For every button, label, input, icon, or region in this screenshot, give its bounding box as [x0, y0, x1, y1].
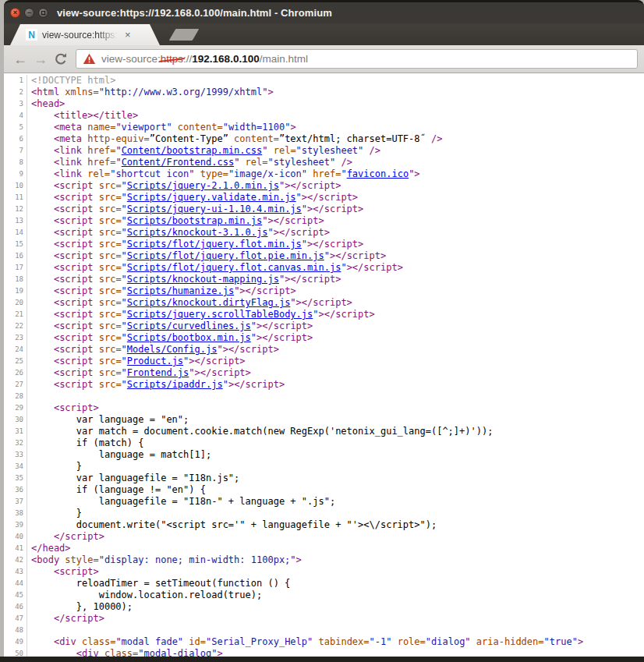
code-token: "Serial_Proxy_Help" — [206, 636, 313, 647]
resource-link[interactable]: Models/Config.js — [127, 344, 218, 355]
code-token — [31, 180, 54, 191]
resource-link[interactable]: Scripts/jquery.scrollTableBody.js — [127, 309, 313, 320]
line-number: 20 — [4, 297, 27, 309]
code-token: " — [122, 297, 127, 308]
code-token: "dialog" — [426, 636, 471, 647]
resource-link[interactable]: Scripts/flot/jquery.flot.canvas.min.js — [127, 262, 341, 273]
window-maximize-button[interactable] — [38, 8, 48, 18]
code-token: aria-hidden= — [471, 636, 544, 647]
source-line: 32 if (match) { — [4, 437, 644, 449]
code-token: <link — [54, 145, 82, 156]
resource-link[interactable]: Product.js — [127, 356, 183, 366]
resource-link[interactable]: Scripts/bootbox.min.js — [127, 332, 251, 343]
source-line: 41</head> — [4, 543, 644, 554]
line-number: 46 — [4, 601, 27, 613]
code-token: name= — [82, 122, 115, 133]
code-token: " — [223, 379, 228, 390]
source-line: 49 <div class="modal fade" id="Serial_Pr… — [4, 636, 644, 648]
source-line: 21 <script src="Scripts/jquery.scrollTab… — [4, 309, 644, 320]
resource-link[interactable]: Scripts/jquery-ui-1.10.4.min.js — [127, 204, 302, 214]
resource-link[interactable]: Content/Frontend.css — [122, 157, 235, 168]
source-line: 13 <script src="Scripts/bootstrap.min.js… — [4, 215, 644, 227]
window-close-button[interactable]: × — [10, 8, 20, 18]
resource-link[interactable]: Scripts/knockout-mapping.js — [127, 274, 279, 285]
resource-link[interactable]: Scripts/flot/jquery.flot.pie.min.js — [127, 250, 324, 261]
code-token — [31, 613, 54, 624]
line-content: if (language != "en") { — [27, 484, 206, 496]
resource-link[interactable]: Scripts/bootstrap.min.js — [127, 215, 262, 226]
code-token: ></script> — [319, 309, 375, 320]
code-token: window.location.reload(true); — [31, 589, 262, 600]
source-line: 27 <script src="Scripts/ipaddr.js"></scr… — [4, 379, 644, 391]
resource-link[interactable]: Scripts/humanize.js — [127, 285, 234, 296]
code-token — [31, 215, 54, 226]
code-token: <script — [54, 320, 94, 331]
line-content: languagefile = "I18n-" + language + ".js… — [27, 496, 335, 508]
code-token: http-equiv= — [82, 133, 150, 144]
code-token: var languagefile = "I18n.js"; — [31, 473, 239, 483]
code-token: <script — [54, 356, 94, 366]
source-line: 42<body style="display: none; min-width:… — [4, 554, 644, 566]
line-number: 1 — [4, 75, 27, 87]
address-bar[interactable]: view-source:https://192.168.0.100/main.h… — [76, 49, 638, 69]
window-minimize-button[interactable]: − — [24, 8, 34, 18]
back-button[interactable]: ← — [10, 52, 30, 66]
code-token: ></script> — [307, 239, 363, 250]
line-number: 40 — [4, 531, 27, 543]
resource-link[interactable]: Scripts/jquery-2.1.0.min.js — [127, 180, 279, 191]
code-token: <script — [54, 250, 94, 261]
code-token: ></script> — [257, 332, 313, 343]
resource-link[interactable]: Scripts/curvedlines.js — [127, 320, 251, 331]
code-token: class= — [76, 636, 116, 647]
code-token: <script — [54, 180, 94, 191]
line-number: 12 — [4, 204, 27, 215]
code-token: <head> — [31, 98, 65, 109]
line-number: 18 — [4, 274, 27, 285]
line-number: 15 — [4, 239, 27, 250]
source-line: 40 </script> — [4, 531, 644, 543]
resource-link[interactable]: Frontend.js — [127, 367, 189, 378]
security-warning-icon[interactable] — [83, 53, 96, 65]
resource-link[interactable]: Scripts/jquery.validate.min.js — [127, 192, 296, 203]
code-token: " — [122, 262, 127, 273]
code-token: src= — [93, 309, 121, 320]
source-line: 34 } — [4, 461, 644, 473]
source-line: 18 <script src="Scripts/knockout-mapping… — [4, 274, 644, 285]
code-token — [31, 250, 54, 261]
reload-button[interactable] — [51, 52, 71, 66]
forward-button[interactable]: → — [30, 52, 51, 66]
resource-link[interactable]: Content/bootstrap.min.css — [122, 145, 263, 156]
source-line: 48 — [4, 625, 644, 636]
tab-close-icon[interactable]: × — [125, 30, 131, 40]
resource-link[interactable]: Scripts/knockout-3.1.0.js — [127, 227, 268, 238]
code-token: src= — [93, 250, 121, 261]
line-number: 39 — [4, 519, 27, 531]
resource-link[interactable]: favicon.ico — [347, 168, 409, 179]
line-content — [27, 391, 31, 402]
code-token: src= — [93, 274, 121, 285]
line-content: <script src="Scripts/bootstrap.min.js"><… — [27, 215, 324, 227]
line-content: <div class="modal fade" id="Serial_Proxy… — [27, 636, 583, 648]
line-number: 24 — [4, 344, 27, 356]
line-number: 4 — [4, 110, 27, 122]
code-token: " — [122, 367, 127, 378]
code-token — [31, 367, 54, 378]
code-token — [31, 285, 54, 296]
code-token: if (language != "en") { — [31, 484, 206, 495]
code-token: " — [302, 239, 307, 250]
source-line: 7 <link href="Content/bootstrap.min.css"… — [4, 145, 644, 157]
resource-link[interactable]: Scripts/ipaddr.js — [127, 379, 223, 390]
code-token: "modal fade" — [115, 636, 183, 647]
code-token — [31, 636, 54, 647]
browser-tab[interactable]: N view-source:https:/ × — [10, 24, 160, 45]
line-content: <script> — [27, 566, 99, 578]
line-content: <script src="Frontend.js"></script> — [27, 367, 251, 379]
source-line: 2<html xmlns="http://www.w3.org/1999/xht… — [4, 87, 644, 98]
line-content: <title></title> — [27, 110, 138, 122]
code-token: <script — [54, 204, 94, 214]
code-token: tabindex= — [313, 636, 369, 647]
code-token: <script — [54, 192, 94, 203]
resource-link[interactable]: Scripts/knockout.dirtyFlag.js — [127, 297, 291, 308]
new-tab-button[interactable] — [169, 29, 200, 41]
resource-link[interactable]: Scripts/flot/jquery.flot.min.js — [127, 239, 302, 250]
